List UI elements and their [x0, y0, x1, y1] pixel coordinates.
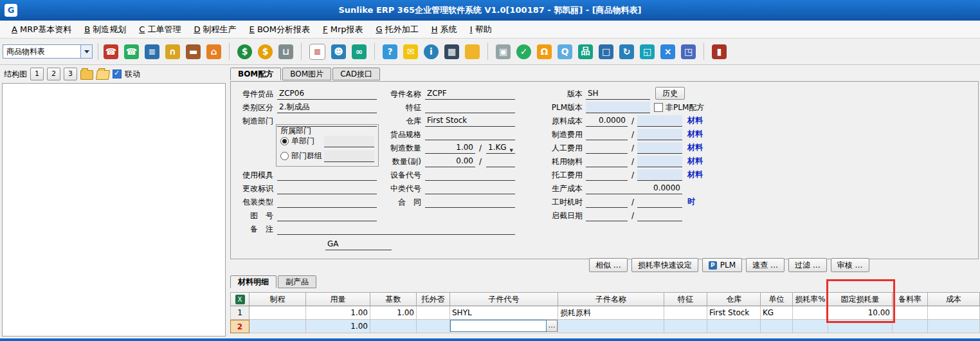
column-header-5[interactable]: 子件代号: [450, 292, 558, 306]
category-field[interactable]: 2.制成品: [277, 102, 377, 113]
date-end-field[interactable]: [637, 210, 682, 221]
grid-cell-r2-c7[interactable]: [664, 320, 707, 333]
menu-item-a[interactable]: A MRP基本资料: [5, 24, 78, 35]
mold-field[interactable]: [277, 169, 377, 181]
grid-cell-r2-c9[interactable]: [761, 320, 793, 333]
date-start-field[interactable]: [586, 210, 628, 221]
detail-tab-1[interactable]: 材料明细: [230, 275, 277, 288]
outsource-fee-field2[interactable]: [637, 169, 682, 181]
non-plm-checkbox[interactable]: [654, 103, 663, 112]
mid-class-field[interactable]: [425, 183, 515, 194]
aux-qty-unit-field[interactable]: [486, 156, 515, 167]
grid-cell-r2-c6[interactable]: [558, 320, 664, 333]
plm-button[interactable]: PPLM: [702, 258, 742, 272]
column-header-8[interactable]: 仓库: [707, 292, 761, 306]
copy-icon[interactable]: ▣: [496, 44, 511, 59]
info-icon[interactable]: i: [424, 44, 439, 59]
money-green-icon[interactable]: $: [237, 44, 252, 59]
folder-icon[interactable]: [465, 44, 480, 59]
grid-cell-r2-c12[interactable]: [893, 320, 928, 333]
grid-cell-r1-c9[interactable]: KG: [761, 306, 793, 320]
parent-name-field[interactable]: ZCPF: [425, 88, 515, 100]
aux-qty-field[interactable]: 0.00: [425, 156, 475, 167]
consume-material-link[interactable]: 材料: [687, 156, 703, 167]
money-gold-icon[interactable]: $: [258, 44, 273, 59]
grid-cell-r1-c10[interactable]: [793, 306, 828, 320]
menu-item-h[interactable]: H 系统: [425, 24, 464, 35]
grid-cell-r2-c4[interactable]: [417, 320, 450, 333]
notebook-icon[interactable]: ≡: [309, 44, 325, 60]
help-icon[interactable]: ?: [383, 44, 397, 59]
column-header-11[interactable]: 固定损耗量: [828, 292, 893, 306]
single-dept-radio[interactable]: [280, 137, 289, 145]
export-icon[interactable]: ◱: [640, 44, 655, 59]
level-3-button[interactable]: 3: [64, 68, 77, 80]
material-cost-link[interactable]: 材料: [687, 115, 703, 126]
warehouse-field[interactable]: First Stock: [425, 115, 515, 127]
grid-cell-r1-c7[interactable]: [664, 306, 707, 320]
grid-cell-r1-c12[interactable]: [893, 306, 928, 320]
dept-group-radio[interactable]: [280, 152, 289, 160]
grid-cell-r2-c8[interactable]: [707, 320, 761, 333]
spec-field[interactable]: [425, 129, 515, 140]
orgchart-icon[interactable]: 品: [578, 44, 593, 59]
labor-fee-field2[interactable]: [637, 142, 682, 154]
briefcase-icon[interactable]: ▬: [186, 44, 201, 59]
outsource-fee-link[interactable]: 材料: [687, 169, 703, 180]
lookup-button[interactable]: …: [547, 320, 558, 332]
menu-item-c[interactable]: C 工单管理: [132, 24, 187, 35]
mfg-fee-field2[interactable]: [637, 129, 682, 140]
dept-group-field[interactable]: [324, 151, 374, 162]
material-cost-field[interactable]: 0.0000: [586, 115, 628, 127]
column-header-1[interactable]: 制程: [250, 292, 306, 306]
mfg-qty-field[interactable]: 1.00: [425, 142, 475, 154]
detail-tab-2[interactable]: 副产品: [278, 275, 316, 288]
grid-cell-r2-c10[interactable]: [793, 320, 828, 333]
column-header-13[interactable]: 成本: [928, 292, 980, 306]
feature-field[interactable]: [425, 102, 515, 113]
menu-item-f[interactable]: F Mrp报表: [316, 24, 369, 35]
lock-icon[interactable]: ∩: [165, 44, 180, 59]
grid-cell-r2-c1[interactable]: [250, 320, 306, 333]
row-header-1[interactable]: 1: [230, 306, 250, 320]
grid-cell-r2-c13[interactable]: [928, 320, 980, 333]
mfg-fee-link[interactable]: 材料: [687, 129, 703, 140]
grid-cell-r1-c8[interactable]: First Stock: [707, 306, 761, 320]
outsource-fee-field[interactable]: [586, 169, 628, 181]
window-icon[interactable]: ◳: [681, 44, 696, 59]
bom-tab-3[interactable]: CAD接口: [332, 68, 380, 80]
bell-icon[interactable]: Ω: [537, 44, 552, 59]
grid-cell-r1-c6[interactable]: 损耗原料: [558, 306, 664, 320]
menu-item-d[interactable]: D 制程生产: [187, 24, 242, 35]
refresh-icon[interactable]: ↻: [619, 44, 634, 59]
history-button[interactable]: 历史: [655, 87, 685, 100]
grid-cell-r1-c5[interactable]: SHYL: [450, 306, 558, 320]
grid-cell-r2-c3[interactable]: [370, 320, 417, 333]
phone-icon[interactable]: ☎: [124, 44, 139, 59]
excel-export-icon[interactable]: X: [230, 292, 250, 306]
version-field[interactable]: SH: [586, 88, 650, 100]
level-2-button[interactable]: 2: [47, 68, 60, 80]
remark-field[interactable]: [277, 223, 515, 235]
cart-icon[interactable]: ⊔: [278, 44, 293, 59]
form-selector[interactable]: 商品物料表: [3, 44, 93, 59]
grid-cell-r1-c2[interactable]: 1.00: [306, 306, 370, 320]
quick-view-button[interactable]: 速查 …: [746, 258, 785, 272]
unit-dropdown-icon[interactable]: ▼: [510, 145, 513, 154]
loss-rate-setting-button[interactable]: 损耗率快速设定: [631, 258, 698, 272]
column-header-10[interactable]: 损耗率%: [793, 292, 828, 306]
menu-item-g[interactable]: G 托外加工: [370, 24, 425, 35]
home-icon[interactable]: ⌂: [206, 44, 221, 59]
mail-icon[interactable]: ✉: [403, 44, 418, 59]
similar-button[interactable]: 相似 …: [589, 258, 628, 272]
hours-field[interactable]: [586, 196, 628, 208]
labor-fee-link[interactable]: 材料: [687, 142, 703, 153]
collapse-folder-icon[interactable]: [80, 70, 93, 80]
column-header-2[interactable]: 用量: [306, 292, 370, 306]
link-icon[interactable]: ∞: [352, 44, 367, 59]
grid-cell-r1-c4[interactable]: [417, 306, 450, 320]
exit-icon[interactable]: ▮: [712, 44, 727, 59]
monitor-icon[interactable]: □: [599, 44, 613, 59]
subitem-code-input[interactable]: [450, 320, 547, 332]
change-flag-field[interactable]: [277, 183, 377, 194]
